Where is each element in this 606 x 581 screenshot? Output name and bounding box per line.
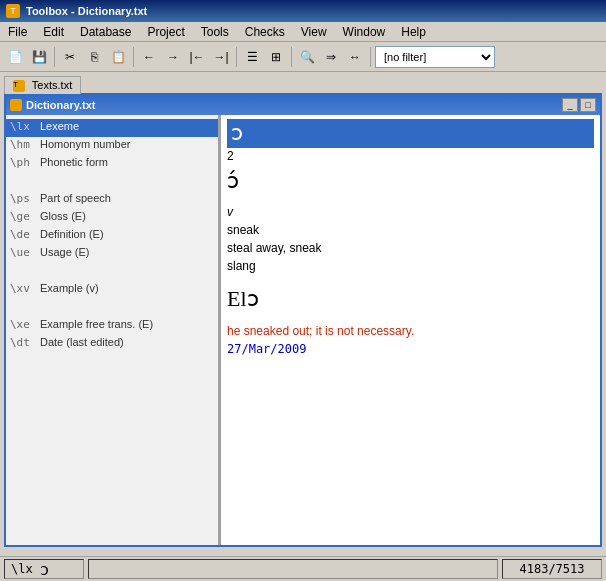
menu-view[interactable]: View bbox=[293, 24, 335, 39]
status-field-label: \lx ɔ bbox=[4, 559, 84, 579]
dictionary-window: Dictionary.txt _ □ \lx Lexeme \hm Homony… bbox=[4, 93, 602, 547]
field-row-lexeme[interactable]: \lx Lexeme bbox=[6, 119, 218, 137]
list-button[interactable]: ☰ bbox=[241, 46, 263, 68]
field-row-definition[interactable]: \de Definition (E) bbox=[6, 227, 218, 245]
field-row-spacer3 bbox=[6, 299, 218, 317]
separator-4 bbox=[291, 47, 292, 67]
value-spacer-3 bbox=[227, 315, 594, 323]
dict-titlebar-buttons: _ □ bbox=[562, 98, 596, 112]
menu-project[interactable]: Project bbox=[139, 24, 192, 39]
menu-tools[interactable]: Tools bbox=[193, 24, 237, 39]
value-example[interactable]: Elɔ bbox=[227, 284, 594, 315]
first-button[interactable]: |← bbox=[186, 46, 208, 68]
field-name-ps: Part of speech bbox=[40, 192, 111, 204]
menu-checks[interactable]: Checks bbox=[237, 24, 293, 39]
field-row-homonym[interactable]: \hm Homonym number bbox=[6, 137, 218, 155]
texts-tab[interactable]: T Texts.txt bbox=[4, 76, 81, 94]
browse-button[interactable]: ⊞ bbox=[265, 46, 287, 68]
toolbar: 📄 💾 ✂ ⎘ 📋 ← → |← →| ☰ ⊞ 🔍 ⇒ ↔ [no filter… bbox=[0, 42, 606, 72]
value-date[interactable]: 27/Mar/2009 bbox=[227, 341, 594, 359]
field-name-xe: Example free trans. (E) bbox=[40, 318, 153, 330]
field-row-gloss[interactable]: \ge Gloss (E) bbox=[6, 209, 218, 227]
menu-bar: File Edit Database Project Tools Checks … bbox=[0, 22, 606, 42]
dict-maximize-button[interactable]: □ bbox=[580, 98, 596, 112]
value-spacer-1 bbox=[227, 196, 594, 204]
value-homonym[interactable]: 2 bbox=[227, 148, 594, 166]
separator-5 bbox=[370, 47, 371, 67]
dict-content: \lx Lexeme \hm Homonym number \ph Phonet… bbox=[6, 115, 600, 545]
field-marker-ph: \ph bbox=[10, 156, 38, 169]
field-row-date[interactable]: \dt Date (last edited) bbox=[6, 335, 218, 353]
field-row-example-trans[interactable]: \xe Example free trans. (E) bbox=[6, 317, 218, 335]
save-button[interactable]: 💾 bbox=[28, 46, 50, 68]
value-gloss[interactable]: sneak bbox=[227, 222, 594, 240]
field-name-xv: Example (v) bbox=[40, 282, 99, 294]
value-lexeme[interactable]: ɔ bbox=[227, 119, 594, 148]
separator-2 bbox=[133, 47, 134, 67]
window-title: Toolbox - Dictionary.txt bbox=[26, 5, 600, 17]
field-marker-ue: \ue bbox=[10, 246, 38, 259]
field-marker-ps: \ps bbox=[10, 192, 38, 205]
jump-button[interactable]: ⇒ bbox=[320, 46, 342, 68]
field-name-ge: Gloss (E) bbox=[40, 210, 86, 222]
replace-button[interactable]: ↔ bbox=[344, 46, 366, 68]
value-phonetic[interactable]: ɔ́ bbox=[227, 166, 594, 197]
dict-fields-panel: \lx Lexeme \hm Homonym number \ph Phonet… bbox=[6, 115, 221, 545]
cut-button[interactable]: ✂ bbox=[59, 46, 81, 68]
dict-icon bbox=[10, 99, 22, 111]
status-position: 4183/7513 bbox=[502, 559, 602, 579]
new-button[interactable]: 📄 bbox=[4, 46, 26, 68]
back-button[interactable]: ← bbox=[138, 46, 160, 68]
search-button[interactable]: 🔍 bbox=[296, 46, 318, 68]
field-marker-lx: \lx bbox=[10, 120, 38, 133]
filter-dropdown[interactable]: [no filter] bbox=[375, 46, 495, 68]
field-row-phonetic[interactable]: \ph Phonetic form bbox=[6, 155, 218, 173]
field-marker-xv: \xv bbox=[10, 282, 38, 295]
menu-help[interactable]: Help bbox=[393, 24, 434, 39]
dict-minimize-button[interactable]: _ bbox=[562, 98, 578, 112]
field-name-lx: Lexeme bbox=[40, 120, 79, 132]
value-usage[interactable]: slang bbox=[227, 258, 594, 276]
copy-button[interactable]: ⎘ bbox=[83, 46, 105, 68]
main-area: T Texts.txt Dictionary.txt _ □ \lx Lexem… bbox=[0, 72, 606, 556]
value-definition[interactable]: steal away, sneak bbox=[227, 240, 594, 258]
field-name-dt: Date (last edited) bbox=[40, 336, 124, 348]
forward-button[interactable]: → bbox=[162, 46, 184, 68]
value-spacer-2 bbox=[227, 276, 594, 284]
field-name-de: Definition (E) bbox=[40, 228, 104, 240]
field-name-ph: Phonetic form bbox=[40, 156, 108, 168]
dict-values-panel: ɔ 2 ɔ́ v sneak steal away, sneak slang E… bbox=[221, 115, 600, 545]
paste-button[interactable]: 📋 bbox=[107, 46, 129, 68]
field-marker-hm: \hm bbox=[10, 138, 38, 151]
value-pos[interactable]: v bbox=[227, 204, 594, 222]
status-main-field bbox=[88, 559, 498, 579]
dict-titlebar: Dictionary.txt _ □ bbox=[6, 95, 600, 115]
texts-tab-label: Texts.txt bbox=[32, 79, 72, 91]
field-marker-ge: \ge bbox=[10, 210, 38, 223]
field-name-hm: Homonym number bbox=[40, 138, 130, 150]
field-row-spacer2 bbox=[6, 263, 218, 281]
field-row-pos[interactable]: \ps Part of speech bbox=[6, 191, 218, 209]
field-row-usage[interactable]: \ue Usage (E) bbox=[6, 245, 218, 263]
status-marker: \lx bbox=[11, 562, 40, 576]
separator-1 bbox=[54, 47, 55, 67]
last-button[interactable]: →| bbox=[210, 46, 232, 68]
app-icon: T bbox=[6, 4, 20, 18]
field-marker-de: \de bbox=[10, 228, 38, 241]
title-bar: T Toolbox - Dictionary.txt bbox=[0, 0, 606, 22]
field-row-example[interactable]: \xv Example (v) bbox=[6, 281, 218, 299]
dict-title: Dictionary.txt bbox=[26, 99, 562, 111]
status-bar: \lx ɔ 4183/7513 bbox=[0, 556, 606, 581]
field-marker-dt: \dt bbox=[10, 336, 38, 349]
texts-tab-icon: T bbox=[13, 80, 25, 92]
separator-3 bbox=[236, 47, 237, 67]
menu-edit[interactable]: Edit bbox=[35, 24, 72, 39]
menu-database[interactable]: Database bbox=[72, 24, 139, 39]
value-example-trans[interactable]: he sneaked out; it is not necessary. bbox=[227, 323, 594, 341]
field-marker-xe: \xe bbox=[10, 318, 38, 331]
status-value: ɔ bbox=[40, 560, 49, 579]
menu-window[interactable]: Window bbox=[335, 24, 394, 39]
field-name-ue: Usage (E) bbox=[40, 246, 90, 258]
field-row-spacer1 bbox=[6, 173, 218, 191]
menu-file[interactable]: File bbox=[0, 24, 35, 39]
